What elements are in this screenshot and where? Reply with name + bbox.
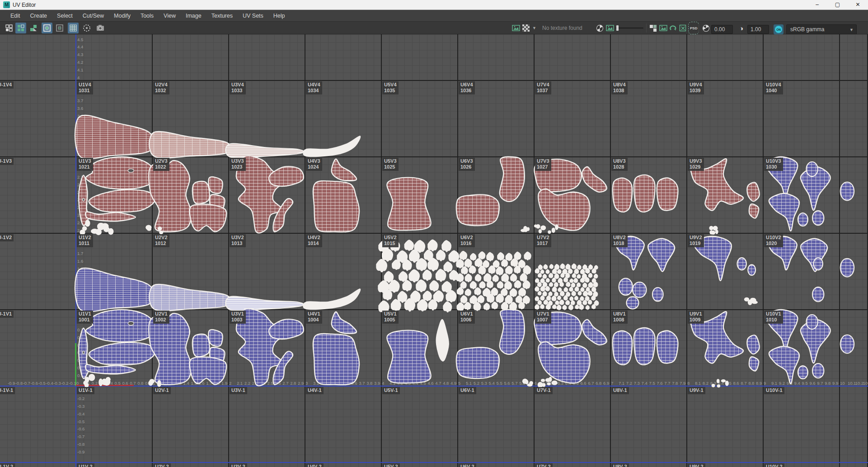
uv-shell-scale	[514, 251, 521, 260]
udim-tile-label: U8V41038	[611, 81, 628, 94]
shaded-tiles-icon[interactable]	[28, 23, 39, 33]
psd-network-icon[interactable]: PSD	[688, 22, 699, 34]
menu-image[interactable]: Image	[181, 10, 206, 22]
udim-tile-label: U7V11007	[535, 311, 551, 324]
exposure-icon[interactable]	[702, 22, 710, 34]
uv-shell-pebble	[552, 381, 558, 385]
uv-shell-hole	[128, 169, 134, 172]
uv-shell-scale	[479, 251, 486, 259]
menu-modify[interactable]: Modify	[109, 10, 136, 22]
uv-shell-ovalBM	[798, 213, 808, 226]
uv-shell-scale	[577, 265, 582, 270]
uv-shell-scale	[433, 290, 444, 302]
uv-shell-scale	[548, 300, 553, 306]
menu-create[interactable]: Create	[25, 10, 52, 22]
uv-shell-fan3	[769, 346, 799, 384]
uv-shell-scale	[569, 296, 573, 301]
uv-shell-rect2	[208, 177, 222, 193]
uv-shell-spur	[85, 212, 136, 221]
colorspace-dropdown[interactable]: sRGB gamma ▼	[786, 23, 857, 36]
uv-shell-horn3	[225, 297, 304, 311]
menu-edit[interactable]: Edit	[5, 10, 25, 22]
contrast-icon[interactable]: ◑	[739, 22, 743, 34]
menu-help[interactable]: Help	[268, 10, 290, 22]
uv-shell-scale	[594, 300, 599, 306]
uv-shell-scale	[523, 296, 530, 305]
uv-shell-pebble	[548, 230, 551, 233]
uv-shells-layer[interactable]	[0, 34, 868, 467]
window-titlebar: M UV Editor – ▢ ✕	[0, 0, 868, 10]
uv-shell-scale	[514, 280, 521, 288]
uv-shell-scale	[501, 273, 509, 282]
lasso-tool-icon[interactable]	[669, 22, 677, 34]
udim-tiles-icon[interactable]	[15, 23, 26, 33]
uv-shell-scale	[493, 274, 499, 282]
menu-uv-sets[interactable]: UV Sets	[238, 10, 268, 22]
uv-shell-pebble	[145, 225, 151, 230]
tile-layout-icon[interactable]	[4, 23, 14, 33]
dim-image-slider[interactable]	[615, 22, 643, 34]
uv-shell-scale	[578, 291, 582, 296]
pixel-snap-icon[interactable]	[649, 22, 657, 34]
close-button[interactable]: ✕	[848, 0, 868, 10]
texture-dropdown-caret[interactable]: ▼	[532, 22, 536, 34]
uv-shell-u8b	[634, 328, 655, 365]
minimize-button[interactable]: –	[807, 0, 827, 10]
uv-shell-scale	[558, 287, 562, 292]
uv-shell-scale	[538, 291, 542, 295]
menu-view[interactable]: View	[159, 10, 181, 22]
image-ratio-icon[interactable]	[606, 22, 614, 34]
uv-shell-scale	[573, 278, 578, 283]
uv-shell-scale	[566, 292, 570, 297]
image-border-icon[interactable]	[54, 23, 65, 33]
uv-shell-scale	[540, 295, 544, 301]
uv-shell-scale	[559, 299, 564, 305]
uv-shell-band	[332, 312, 357, 334]
menu-cut-sew[interactable]: Cut/Sew	[78, 10, 109, 22]
slider-handle[interactable]	[616, 25, 619, 31]
uv-shell-pebble	[157, 382, 161, 387]
uv-shell-scale	[518, 288, 526, 297]
contrast-field[interactable]: 1.00	[747, 23, 769, 36]
uv-shell-scale	[427, 239, 438, 251]
maximize-button[interactable]: ▢	[827, 0, 848, 10]
texture-borders-icon[interactable]	[42, 23, 52, 33]
uv-shell-scale	[592, 278, 596, 283]
uv-shell-scale	[540, 304, 544, 309]
color-management-toggle[interactable]: ON	[774, 23, 784, 36]
uv-shell-scale	[496, 266, 503, 275]
udim-tile-label: U-1V3	[0, 158, 14, 165]
menu-select[interactable]: Select	[52, 10, 78, 22]
uv-shell-scale	[436, 250, 446, 261]
checker-map-icon[interactable]	[522, 22, 530, 34]
udim-tile-label: U9V-2	[688, 463, 705, 467]
uv-shell-scale	[478, 295, 485, 303]
uv-shell-ribbon	[269, 166, 304, 186]
udim-tile-label: U8V-2	[611, 463, 629, 467]
menu-tools[interactable]: Tools	[136, 10, 159, 22]
uv-snapshot-icon[interactable]	[95, 23, 106, 33]
uv-shell-scale	[580, 296, 584, 301]
texture-image-icon[interactable]	[512, 22, 520, 34]
display-image-icon[interactable]	[596, 22, 604, 34]
uv-shell-scale	[588, 273, 593, 278]
uv-shell-scale	[566, 264, 571, 270]
dim-image-icon[interactable]	[81, 23, 92, 33]
menu-bar: EditCreateSelectCut/SewModifyToolsViewIm…	[0, 10, 868, 22]
uv-shell-scale	[497, 281, 504, 289]
uv-editor-canvas[interactable]: -0.9-0.8-0.7-0.6-0.5-0.4-0.3-0.2-0.100.1…	[0, 34, 868, 467]
uv-shell-scale	[538, 264, 543, 270]
udim-tile-label: U9V11009	[688, 311, 704, 324]
toolbar: ▼ No texture found PSD 0.00 ◑ 1.00 ON	[0, 22, 868, 34]
uv-shell-u7boot	[538, 189, 590, 231]
exposure-field[interactable]: 0.00	[711, 23, 733, 36]
uv-shell-scale	[443, 301, 452, 312]
menu-textures[interactable]: Textures	[206, 10, 238, 22]
checkbox-x-icon[interactable]	[679, 22, 687, 34]
udim-tile-label: U3V31023	[230, 158, 246, 171]
uv-shell-vest	[149, 160, 191, 232]
grid-icon[interactable]	[68, 23, 79, 33]
uv-image-icon[interactable]	[659, 22, 667, 34]
uv-shell-scale	[429, 280, 439, 292]
uv-shell-pebble	[102, 378, 107, 385]
